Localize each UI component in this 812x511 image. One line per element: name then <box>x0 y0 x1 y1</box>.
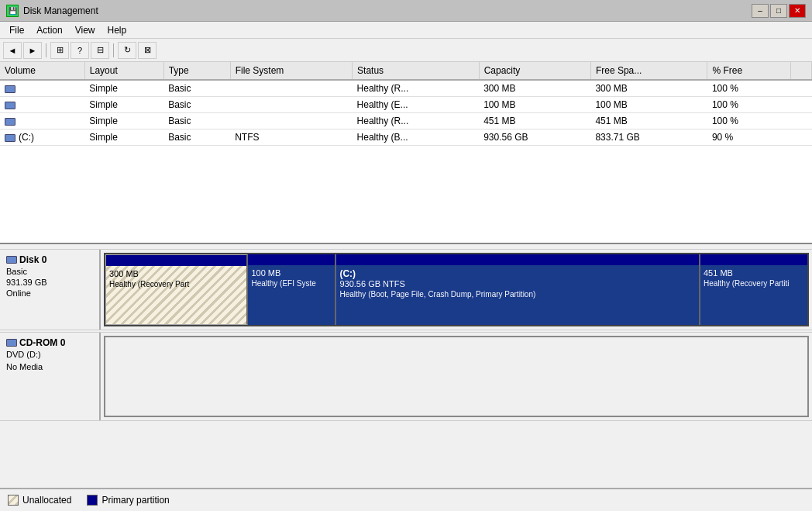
cdrom-0-icon <box>6 339 17 347</box>
cell-capacity-2: 451 MB <box>479 113 590 129</box>
window-controls: – □ ✕ <box>752 4 806 18</box>
legend-primary: Primary partition <box>87 495 169 506</box>
cell-capacity-1: 100 MB <box>479 97 590 113</box>
disk-0-info3: Online <box>6 288 93 298</box>
cell-fileSystem-2 <box>230 113 352 129</box>
cell-layout-2: Simple <box>84 113 163 129</box>
cell-volume-0 <box>0 80 84 97</box>
cell-percentFree-1: 100 % <box>707 97 790 113</box>
col-volume: Volume <box>0 62 84 80</box>
cell-freeSpace-1: 100 MB <box>590 97 707 113</box>
cell-volume-2 <box>0 113 84 129</box>
cell-status-1: Healthy (E... <box>353 97 480 113</box>
cell-status-0: Healthy (R... <box>353 80 480 97</box>
disk-0-info2: 931.39 GB <box>6 278 93 287</box>
toolbar-properties[interactable]: ⊞ <box>50 42 69 59</box>
col-extra <box>790 62 811 80</box>
disk-0-name: Disk 0 <box>6 254 93 265</box>
partition-status-1: Healthy (Recovery Part <box>109 280 243 288</box>
table-row[interactable]: SimpleBasicHealthy (R...300 MB300 MB100 … <box>0 80 812 97</box>
cell-layout-1: Simple <box>84 97 163 113</box>
partition-status-4: Healthy (Recovery Partiti <box>704 279 804 288</box>
menu-file[interactable]: File <box>3 23 30 37</box>
partition-bar-1 <box>106 255 246 266</box>
cell-freeSpace-2: 451 MB <box>590 113 707 129</box>
partition-c-size: 930.56 GB NTFS <box>339 279 696 288</box>
partition-bar-2 <box>248 254 335 265</box>
cell-volume-1 <box>0 97 84 113</box>
cdrom-0-info3: No Media <box>6 362 93 371</box>
disk-0-row: Disk 0 Basic 931.39 GB Online 300 MB Hea… <box>0 249 812 330</box>
partition-size-4: 451 MB <box>704 268 804 278</box>
cell-extra-3 <box>790 129 811 146</box>
disk-map-area: Disk 0 Basic 931.39 GB Online 300 MB Hea… <box>0 244 812 488</box>
app-icon: 💾 <box>6 5 19 17</box>
disk-0-label: Disk 0 Basic 931.39 GB Online <box>0 250 101 330</box>
partition-c-name: (C:) <box>339 268 696 279</box>
toolbar-defrag[interactable]: ⊟ <box>91 42 109 59</box>
col-filesystem: File System <box>230 62 352 80</box>
legend-unallocated-box <box>8 495 19 506</box>
cell-type-2: Basic <box>163 113 230 129</box>
partition-bar-4 <box>700 254 807 265</box>
toolbar-refresh[interactable]: ↻ <box>118 42 136 59</box>
menu-bar: File Action View Help <box>0 22 812 39</box>
disk-0-partitions: 300 MB Healthy (Recovery Part 100 MB Hea… <box>104 253 809 326</box>
partition-recovery-2[interactable]: 451 MB Healthy (Recovery Partiti <box>700 254 807 325</box>
cell-capacity-0: 300 MB <box>479 80 590 97</box>
partition-size-2: 100 MB <box>251 268 332 278</box>
cell-percentFree-2: 100 % <box>707 113 790 129</box>
close-button[interactable]: ✕ <box>789 4 806 18</box>
partition-c[interactable]: (C:) 930.56 GB NTFS Healthy (Boot, Page … <box>336 254 700 325</box>
cell-layout-0: Simple <box>84 80 163 97</box>
cell-extra-0 <box>790 80 811 97</box>
maximize-button[interactable]: □ <box>770 4 787 18</box>
col-percentfree: % Free <box>707 62 790 80</box>
partition-efi[interactable]: 100 MB Healthy (EFI Syste <box>248 254 336 325</box>
toolbar-back[interactable]: ◄ <box>3 42 22 59</box>
cell-type-3: Basic <box>163 129 230 146</box>
menu-help[interactable]: Help <box>102 23 133 37</box>
partition-bar-3 <box>336 254 699 265</box>
toolbar-sep-1 <box>46 43 46 57</box>
table-row[interactable]: (C:)SimpleBasicNTFSHealthy (B...930.56 G… <box>0 129 812 146</box>
cdrom-0-row: CD-ROM 0 DVD (D:) No Media <box>0 332 812 421</box>
col-layout: Layout <box>84 62 163 80</box>
cell-fileSystem-3: NTFS <box>230 129 352 146</box>
toolbar: ◄ ► ⊞ ? ⊟ ↻ ⊠ <box>0 39 812 62</box>
disk-0-title: Disk 0 <box>19 254 46 265</box>
toolbar-sep-2 <box>113 43 114 57</box>
cell-percentFree-3: 90 % <box>707 129 790 146</box>
partition-recovery-1[interactable]: 300 MB Healthy (Recovery Part <box>105 254 248 325</box>
volume-table: Volume Layout Type File System Status Ca… <box>0 62 812 146</box>
cell-percentFree-0: 100 % <box>707 80 790 97</box>
minimize-button[interactable]: – <box>752 4 769 18</box>
col-type: Type <box>163 62 230 80</box>
menu-action[interactable]: Action <box>30 23 68 37</box>
table-row[interactable]: SimpleBasicHealthy (E...100 MB100 MB100 … <box>0 97 812 113</box>
cell-status-3: Healthy (B... <box>353 129 480 146</box>
legend-bar: Unallocated Primary partition <box>0 488 812 511</box>
cdrom-0-title: CD-ROM 0 <box>19 337 65 348</box>
legend-unallocated: Unallocated <box>8 495 71 506</box>
cell-extra-1 <box>790 97 811 113</box>
title-bar: 💾 Disk Management – □ ✕ <box>0 0 812 22</box>
toolbar-help[interactable]: ? <box>71 42 89 59</box>
menu-view[interactable]: View <box>69 23 102 37</box>
legend-primary-box <box>87 495 98 506</box>
cell-volume-3: (C:) <box>0 129 84 146</box>
cell-fileSystem-0 <box>230 80 352 97</box>
window-title: Disk Management <box>23 5 98 16</box>
partition-status-2: Healthy (EFI Syste <box>251 279 332 288</box>
cell-type-0: Basic <box>163 80 230 97</box>
cell-fileSystem-1 <box>230 97 352 113</box>
legend-unallocated-label: Unallocated <box>22 495 71 506</box>
col-capacity: Capacity <box>479 62 590 80</box>
table-row[interactable]: SimpleBasicHealthy (R...451 MB451 MB100 … <box>0 113 812 129</box>
legend-primary-label: Primary partition <box>102 495 169 506</box>
cdrom-0-info1: DVD (D:) <box>6 350 93 359</box>
partition-size-1: 300 MB <box>109 269 243 278</box>
toolbar-settings[interactable]: ⊠ <box>138 42 157 59</box>
toolbar-forward[interactable]: ► <box>23 42 42 59</box>
volume-table-area: Volume Layout Type File System Status Ca… <box>0 62 812 244</box>
